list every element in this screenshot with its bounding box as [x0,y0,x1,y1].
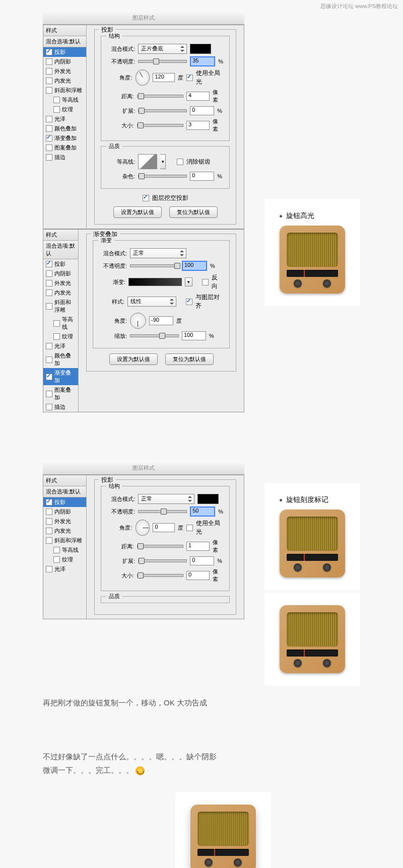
style-checkbox[interactable] [46,125,52,132]
style-item-斜面和浮雕[interactable]: 斜面和浮雕 [43,298,78,315]
style-checkbox[interactable] [46,374,52,380]
style-checkbox[interactable] [46,499,52,505]
style-item-内阴影[interactable]: 内阴影 [43,269,78,278]
spread-slider[interactable] [138,559,187,562]
size-slider[interactable] [137,574,183,577]
style-checkbox[interactable] [46,116,52,122]
style-checkbox[interactable] [46,290,52,296]
blend-mode-select[interactable]: 正常 [130,248,186,258]
distance-slider[interactable] [137,95,183,98]
opacity-input[interactable]: 50 [190,507,215,517]
style-checkbox[interactable] [53,106,60,113]
style-checkbox[interactable] [46,135,52,141]
style-item-光泽[interactable]: 光泽 [43,114,86,124]
style-checkbox[interactable] [53,333,60,340]
align-checkbox[interactable] [186,299,192,305]
blend-mode-select[interactable]: 正常 [138,494,194,504]
global-light-checkbox[interactable] [186,75,193,81]
style-checkbox[interactable] [46,58,52,65]
style-item-光泽[interactable]: 光泽 [43,564,86,574]
angle-input[interactable]: 0 [153,523,175,532]
reverse-checkbox[interactable] [202,279,209,285]
opacity-slider[interactable] [138,510,187,513]
style-checkbox[interactable] [46,87,52,94]
spread-slider[interactable] [138,109,187,112]
shadow-color-swatch[interactable] [197,494,219,504]
style-item-描边[interactable]: 描边 [43,153,86,162]
size-input[interactable]: 0 [186,571,210,580]
global-light-checkbox[interactable] [186,525,193,531]
opacity-input[interactable]: 35 [190,56,215,66]
opacity-slider[interactable] [138,60,187,63]
noise-input[interactable]: 0 [190,172,214,181]
distance-input[interactable]: 4 [186,92,210,101]
scale-input[interactable]: 100 [182,331,206,340]
style-checkbox[interactable] [46,528,52,534]
style-checkbox[interactable] [46,261,52,267]
style-item-图案叠加[interactable]: 图案叠加 [43,385,78,402]
angle-dial[interactable] [136,520,150,536]
size-input[interactable]: 3 [186,121,210,130]
style-item-内发光[interactable]: 内发光 [43,526,86,536]
style-checkbox[interactable] [53,556,60,563]
style-checkbox[interactable] [46,68,52,75]
spread-input[interactable]: 0 [190,106,214,115]
style-item-等高线[interactable]: 等高线 [43,315,78,332]
set-default-button[interactable]: 设置为默认值 [109,353,158,365]
style-item-描边[interactable]: 描边 [43,402,78,412]
style-item-内阴影[interactable]: 内阴影 [43,57,86,66]
blend-mode-select[interactable]: 正片叠底 [138,44,187,54]
distance-input[interactable]: 1 [186,542,210,551]
style-checkbox[interactable] [46,270,52,277]
style-checkbox[interactable] [46,78,52,84]
style-item-渐变叠加[interactable]: 渐变叠加 [43,133,86,143]
shadow-color-swatch[interactable] [190,44,211,54]
style-checkbox[interactable] [46,509,52,515]
angle-dial[interactable] [136,69,150,86]
style-item-渐变叠加[interactable]: 渐变叠加 [43,368,78,385]
opacity-input[interactable]: 100 [182,261,207,271]
angle-input[interactable]: -90 [149,316,173,325]
gradient-picker[interactable] [128,278,182,286]
style-checkbox[interactable] [53,320,60,327]
style-item-颜色叠加[interactable]: 颜色叠加 [43,124,86,133]
reset-default-button[interactable]: 复位为默认值 [165,353,214,365]
angle-input[interactable]: 120 [153,73,175,82]
contour-picker[interactable] [138,154,157,169]
blend-options-default[interactable]: 混合选项:默认 [43,36,86,47]
style-checkbox[interactable] [53,547,60,553]
opacity-slider[interactable] [130,264,179,267]
style-checkbox[interactable] [46,391,52,397]
style-item-投影[interactable]: 投影 [43,47,86,57]
style-item-投影[interactable]: 投影 [43,497,86,507]
style-checkbox[interactable] [46,537,52,544]
noise-slider[interactable] [138,175,187,178]
antialias-checkbox[interactable] [177,159,183,165]
style-item-斜面和浮雕[interactable]: 斜面和浮雕 [43,536,86,545]
style-checkbox[interactable] [46,154,52,161]
distance-slider[interactable] [137,545,183,548]
style-item-内发光[interactable]: 内发光 [43,76,86,86]
style-item-纹理[interactable]: 纹理 [43,332,78,341]
style-checkbox[interactable] [46,343,52,349]
style-item-投影[interactable]: 投影 [43,259,78,269]
blend-options-default[interactable]: 混合选项:默认 [43,241,78,259]
style-item-内发光[interactable]: 内发光 [43,288,78,298]
style-checkbox[interactable] [53,97,60,103]
contour-dropdown-icon[interactable]: ▼ [160,154,166,169]
style-select[interactable]: 线性 [127,297,176,307]
style-item-等高线[interactable]: 等高线 [43,545,86,555]
blend-options-default[interactable]: 混合选项:默认 [43,486,86,497]
gradient-dropdown-icon[interactable]: ▼ [185,277,192,286]
style-checkbox[interactable] [46,518,52,525]
size-slider[interactable] [137,124,183,127]
style-checkbox[interactable] [46,303,52,310]
style-checkbox[interactable] [46,280,52,286]
style-item-内阴影[interactable]: 内阴影 [43,507,86,517]
reset-default-button[interactable]: 复位为默认值 [169,206,218,218]
style-checkbox[interactable] [46,49,52,55]
spread-input[interactable]: 0 [190,556,214,565]
style-item-图案叠加[interactable]: 图案叠加 [43,143,86,153]
angle-dial[interactable] [130,313,146,329]
style-item-外发光[interactable]: 外发光 [43,278,78,288]
